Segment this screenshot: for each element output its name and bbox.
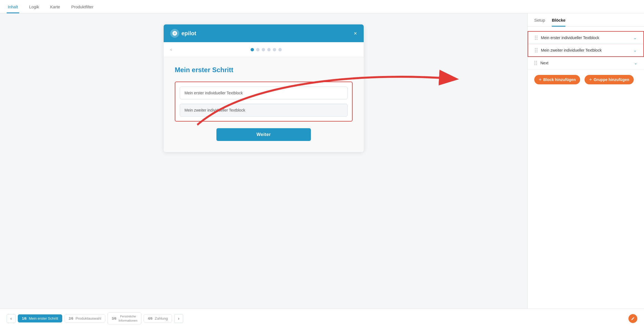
- edit-button[interactable]: [628, 314, 637, 323]
- step-num-4: 4/6: [148, 317, 153, 321]
- sidebar-tabs: Setup Blöcke: [528, 13, 644, 27]
- top-navigation: Inhalt Logik Karte Produktfilter: [0, 0, 644, 13]
- step-title: Mein erster Schritt: [175, 66, 353, 74]
- chevron-down-icon-next: ⌄: [634, 61, 637, 65]
- weiter-button[interactable]: Weiter: [216, 128, 311, 141]
- step-pill-4[interactable]: 4/6 Zahlung: [144, 314, 172, 322]
- highlighted-blocks-group: Mein erster individueller Textblock ⌄: [528, 31, 644, 57]
- tab-setup[interactable]: Setup: [534, 18, 545, 27]
- sidebar-block-list: Mein erster individueller Textblock ⌄: [528, 27, 644, 309]
- main-layout: epilot × ‹ Mein erster Schritt: [0, 13, 644, 309]
- progress-dots: [175, 48, 357, 51]
- tab-karte[interactable]: Karte: [49, 1, 61, 13]
- dot-1: [251, 48, 254, 51]
- drag-handle-2: [535, 48, 538, 52]
- step-num-3: 3/6: [112, 317, 116, 321]
- dot-4: [267, 48, 271, 51]
- content-area: epilot × ‹ Mein erster Schritt: [0, 13, 527, 309]
- drag-handle-1: [535, 36, 538, 40]
- chevron-down-icon-1: ⌄: [633, 36, 637, 40]
- blocks-highlight-area: Mein erster individueller Textblock Mein…: [175, 82, 353, 122]
- form-card-header: epilot ×: [164, 24, 364, 42]
- step-name-3: PersönlicheInformationen: [119, 314, 137, 322]
- dot-6: [278, 48, 282, 51]
- bottom-prev-button[interactable]: ‹: [7, 314, 16, 323]
- block-item-left-1: Mein erster individueller Textblock: [535, 36, 599, 40]
- prev-arrow-button[interactable]: ‹: [170, 47, 172, 52]
- block-label-next: Next: [540, 61, 548, 65]
- drag-handle-next: [534, 61, 537, 65]
- form-card-navigation: ‹: [164, 42, 364, 57]
- epilot-logo: epilot: [170, 29, 196, 38]
- plus-icon-block: +: [539, 77, 542, 82]
- bottom-steps-bar: ‹ 1/6 Mein erster Schritt 2/6 Produktaus…: [0, 309, 644, 328]
- add-block-button[interactable]: + Block hinzufügen: [534, 75, 580, 84]
- step-pill-3[interactable]: 3/6 PersönlicheInformationen: [108, 312, 141, 324]
- bottom-next-button[interactable]: ›: [174, 314, 183, 323]
- step-pill-1[interactable]: 1/6 Mein erster Schritt: [18, 314, 62, 322]
- form-preview-card: epilot × ‹ Mein erster Schritt: [164, 24, 364, 152]
- logo-icon: [170, 29, 179, 38]
- form-card-body: Mein erster Schritt Mein erster individu…: [164, 57, 364, 152]
- step-name-4: Zahlung: [155, 316, 168, 321]
- close-button[interactable]: ×: [354, 31, 357, 36]
- tab-inhalt[interactable]: Inhalt: [7, 1, 19, 13]
- sidebar-block-1[interactable]: Mein erster individueller Textblock ⌄: [528, 32, 643, 44]
- add-group-button[interactable]: + Gruppe hinzufügen: [585, 75, 634, 84]
- sidebar-block-next[interactable]: Next ⌄: [528, 57, 644, 69]
- sidebar-actions: + Block hinzufügen + Gruppe hinzufügen: [528, 69, 644, 90]
- block-item-left-2: Mein zweiter individueller Textblock: [535, 48, 601, 52]
- block-label-2: Mein zweiter individueller Textblock: [541, 48, 601, 52]
- step-pill-2[interactable]: 2/6 Produktauswahl: [64, 314, 105, 322]
- pencil-icon: [631, 317, 635, 321]
- dot-5: [273, 48, 276, 51]
- text-block-1[interactable]: Mein erster individueller Textblock: [180, 87, 348, 99]
- step-num-2: 2/6: [69, 317, 73, 321]
- plus-icon-group: +: [589, 77, 592, 82]
- tab-bloecke[interactable]: Blöcke: [552, 18, 565, 27]
- tab-produktfilter[interactable]: Produktfilter: [70, 1, 94, 13]
- step-name-1: Mein erster Schritt: [29, 316, 58, 321]
- logo-text: epilot: [181, 30, 196, 37]
- dot-2: [256, 48, 259, 51]
- dot-3: [262, 48, 265, 51]
- step-name-2: Produktauswahl: [76, 316, 101, 321]
- add-group-label: Gruppe hinzufügen: [594, 77, 629, 82]
- block-label-1: Mein erster individueller Textblock: [541, 36, 599, 40]
- chevron-down-icon-2: ⌄: [633, 48, 637, 52]
- sidebar-block-2[interactable]: Mein zweiter individueller Textblock ⌄: [528, 44, 643, 56]
- add-block-label: Block hinzufügen: [543, 77, 576, 82]
- text-block-2[interactable]: Mein zweiter individueller Textblock: [180, 104, 348, 117]
- tab-logik[interactable]: Logik: [28, 1, 40, 13]
- block-item-left-next: Next: [534, 61, 548, 65]
- step-num-1: 1/6: [22, 317, 27, 321]
- right-sidebar: Setup Blöcke: [527, 13, 644, 309]
